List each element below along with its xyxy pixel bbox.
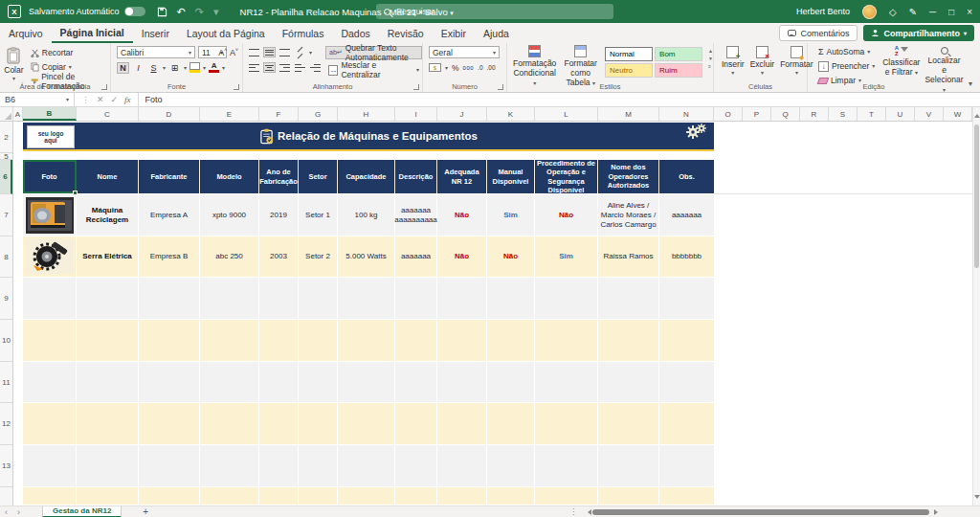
column-header-b[interactable]: B (23, 107, 77, 121)
align-middle-button[interactable] (263, 47, 276, 57)
namebox-splitter-icon[interactable]: ⋮ (81, 95, 90, 104)
column-header-k[interactable]: K (487, 107, 535, 121)
header-cell-fabricante[interactable]: Fabricante (139, 160, 200, 193)
vertical-scroll-thumb[interactable] (974, 124, 979, 268)
fill-button[interactable]: ↓Preencher▾ (815, 59, 878, 73)
save-icon[interactable] (157, 7, 167, 17)
cell-procedimento[interactable]: Sim (535, 236, 598, 277)
cell-setor[interactable]: Setor 1 (299, 194, 338, 236)
insert-function-icon[interactable]: fx (124, 95, 131, 104)
align-top-button[interactable] (248, 47, 260, 57)
merge-center-button[interactable]: ↔ Mesclar e Centralizar▾ (325, 63, 422, 77)
user-name[interactable]: Herbert Bento (796, 7, 850, 16)
font-dialog-launcher[interactable] (234, 84, 239, 90)
share-button[interactable]: Compartilhamento▾ (863, 25, 974, 41)
row-header-9[interactable]: 9 (0, 278, 12, 320)
cell-adequada[interactable]: Não (437, 194, 487, 236)
close-button[interactable]: × (967, 7, 972, 17)
autosave-toggle[interactable] (124, 7, 145, 16)
cell-descricao[interactable]: aaaaaaa (395, 236, 437, 277)
cell-capacidade[interactable]: 5.000 Watts (338, 236, 395, 277)
cell-descricao[interactable]: aaaaaaa aaaaaaaaaa (395, 194, 437, 236)
shrink-font-button[interactable]: A˅ (230, 47, 238, 57)
scroll-right-icon[interactable] (934, 509, 941, 515)
row-header-2[interactable]: 2 (0, 122, 12, 153)
italic-button[interactable]: I (132, 63, 145, 73)
cell-adequada[interactable]: Não (437, 236, 487, 277)
cell-setor[interactable]: Setor 2 (299, 236, 338, 277)
tab-pagina-inicial[interactable]: Página Inicial (52, 23, 133, 43)
redo-icon[interactable]: ↷ (195, 6, 204, 18)
grow-font-button[interactable]: A˄ (218, 47, 227, 57)
prev-sheet-icon[interactable]: ‹ (0, 507, 12, 517)
restore-button[interactable]: □ (948, 7, 954, 17)
minimize-button[interactable]: ─ (929, 7, 936, 17)
sheet-grid[interactable]: 2 5 6 7 8 9 10 11 12 13 seu logoaqui (0, 122, 972, 506)
row-header-11[interactable]: 11 (0, 362, 12, 403)
formula-content[interactable]: Foto (139, 95, 163, 104)
empty-table-row[interactable] (23, 278, 714, 320)
scroll-down-icon[interactable] (974, 495, 980, 502)
header-cell-ano[interactable]: Ano de Fabricação (259, 160, 299, 193)
search-input[interactable] (396, 7, 588, 16)
conditional-formatting-button[interactable]: FormataçãoCondicional ▾ (513, 45, 556, 87)
search-box[interactable] (376, 4, 613, 19)
cell-nome[interactable]: Serra Elétrica (77, 236, 139, 277)
scroll-up-icon[interactable] (974, 111, 980, 118)
column-header-u[interactable]: U (886, 107, 915, 121)
tab-arquivo[interactable]: Arquivo (0, 23, 52, 43)
header-cell-descricao[interactable]: Descrição (395, 160, 437, 193)
autosum-button[interactable]: ΣAutoSoma▾ (815, 45, 878, 58)
styles-scroll-up-icon[interactable]: ▲ (708, 48, 713, 54)
header-cell-obs[interactable]: Obs. (659, 160, 714, 193)
pen-icon[interactable]: ✎ (909, 7, 917, 17)
cell-obs[interactable]: bbbbbbb (659, 236, 714, 277)
empty-table-row[interactable] (23, 487, 714, 506)
empty-table-row[interactable] (23, 403, 714, 445)
cell-procedimento[interactable]: Não (535, 194, 598, 236)
insert-cells-button[interactable]: Inserir▾ (722, 46, 745, 76)
column-header-g[interactable]: G (299, 107, 338, 121)
paste-button[interactable]: Colar▾ (0, 44, 28, 84)
header-cell-foto selected-cell[interactable]: Foto (23, 160, 77, 193)
row-header-7[interactable]: 7 (0, 194, 12, 236)
empty-table-row[interactable] (23, 320, 714, 362)
comma-style-button[interactable]: 000 (463, 65, 475, 71)
horizontal-scroll-thumb[interactable] (592, 509, 929, 515)
cell-style-ruim[interactable]: Ruim (655, 63, 702, 78)
tab-exibir[interactable]: Exibir (433, 23, 475, 43)
cell-ano[interactable]: 2019 (259, 194, 299, 236)
column-header-t[interactable]: T (858, 107, 886, 121)
column-header-j[interactable]: J (437, 107, 487, 121)
align-left-button[interactable] (248, 62, 260, 73)
wrap-text-button[interactable]: ab↵ Quebrar Texto Automaticamente (325, 46, 422, 59)
horizontal-scrollbar[interactable] (585, 508, 950, 516)
align-right-button[interactable] (278, 62, 291, 73)
cell-ano[interactable]: 2003 (259, 236, 299, 277)
styles-scroll-down-icon[interactable]: ▼ (708, 56, 713, 61)
scroll-left-icon[interactable] (585, 509, 591, 515)
select-all-corner[interactable] (0, 107, 13, 121)
cell-modelo[interactable]: xpto 9000 (200, 194, 259, 236)
cell-style-neutro[interactable]: Neutro (605, 63, 653, 78)
header-cell-setor[interactable]: Setor (299, 160, 338, 193)
qat-customize-icon[interactable]: ▾ (213, 6, 219, 18)
empty-table-row[interactable] (23, 445, 714, 487)
tab-ajuda[interactable]: Ajuda (475, 23, 518, 43)
increase-indent-button[interactable] (309, 62, 322, 73)
next-sheet-icon[interactable]: › (12, 507, 25, 517)
cell-manual[interactable]: Sim (487, 194, 535, 236)
column-header-p[interactable]: P (743, 107, 771, 121)
tab-layout[interactable]: Layout da Página (178, 23, 274, 43)
bold-button[interactable]: N (117, 62, 129, 74)
align-center-button[interactable] (263, 62, 276, 73)
column-header-i[interactable]: I (395, 107, 437, 121)
cell-fabricante[interactable]: Empresa A (139, 194, 200, 236)
column-header-n[interactable]: N (659, 107, 714, 121)
clipboard-dialog-launcher[interactable] (101, 84, 107, 90)
orientation-button[interactable] (294, 47, 306, 57)
column-header-q[interactable]: Q (771, 107, 800, 121)
cell-capacidade[interactable]: 100 kg (338, 194, 395, 236)
header-cell-nome[interactable]: Nome (77, 160, 139, 193)
align-bottom-button[interactable] (278, 47, 291, 57)
